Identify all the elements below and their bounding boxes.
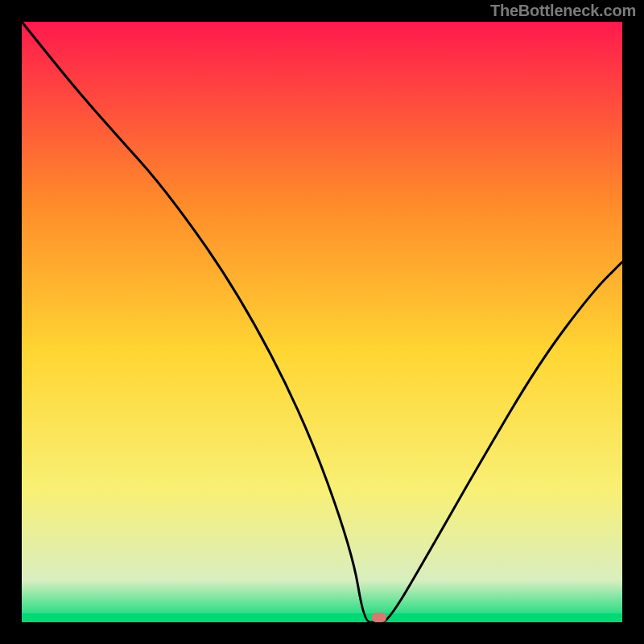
plot-area	[22, 22, 622, 622]
plot-svg	[22, 22, 622, 622]
optimal-point-marker	[372, 613, 386, 622]
watermark-text: TheBottleneck.com	[490, 2, 636, 20]
chart-frame: TheBottleneck.com	[0, 0, 644, 644]
gradient-background	[22, 22, 622, 622]
green-baseline-band	[22, 613, 622, 622]
